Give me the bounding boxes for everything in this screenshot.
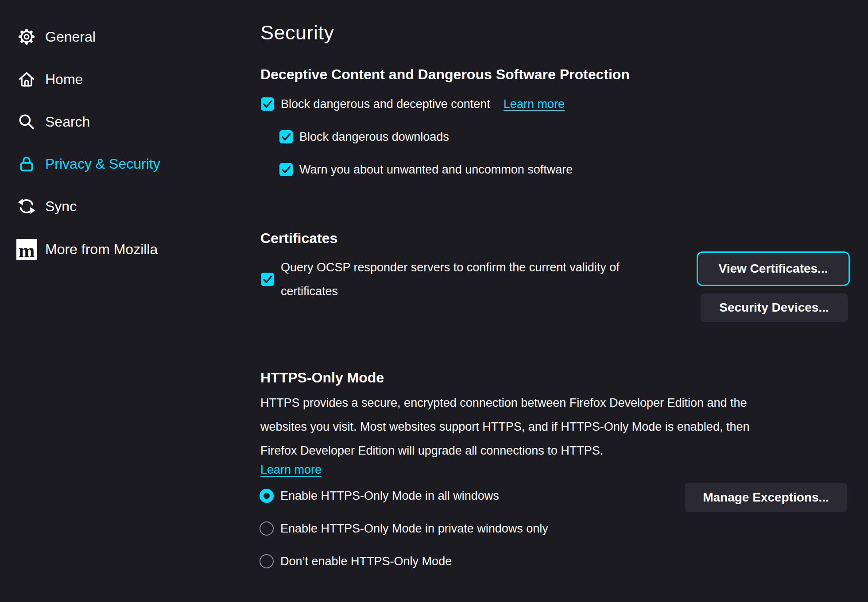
sidebar-item-sync[interactable]: Sync [16,195,77,218]
sidebar-item-label: General [45,29,96,45]
lock-icon [16,153,37,174]
section-heading-https-only-mode: HTTPS-Only Mode [260,370,384,386]
ocsp-checkbox[interactable] [260,272,275,286]
sync-icon [16,196,37,217]
home-icon [16,69,37,90]
radio-label: Don’t enable HTTPS-Only Mode [280,555,452,568]
checkbox-label: Warn you about unwanted and uncommon sof… [299,163,573,177]
radio-label: Enable HTTPS-Only Mode in private window… [280,522,548,536]
sidebar-item-more-from-mozilla[interactable]: m More from Mozilla [16,238,158,261]
section-heading-deceptive-content: Deceptive Content and Dangerous Software… [260,66,630,83]
search-icon [16,111,37,132]
checkbox-label: Query OCSP responder servers to confirm … [281,255,620,303]
https-private-windows-radio[interactable] [260,521,274,536]
security-devices-button[interactable]: Security Devices... [701,293,848,322]
checkbox-row-block-dangerous-downloads: Block dangerous downloads [279,130,449,144]
mozilla-logo: m [16,239,37,260]
warn-unwanted-software-checkbox[interactable] [279,162,293,177]
view-certificates-button[interactable]: View Certificates... [699,254,848,284]
sidebar-item-label: Home [45,71,83,88]
https-only-description: HTTPS provides a secure, encrypted conne… [260,391,749,463]
sidebar-item-privacy-security[interactable]: Privacy & Security [16,152,160,175]
checkbox-row-ocsp: Query OCSP responder servers to confirm … [260,255,620,303]
block-dangerous-downloads-checkbox[interactable] [279,130,293,144]
checkbox-row-warn-unwanted-software: Warn you about unwanted and uncommon sof… [279,162,573,177]
gear-icon [16,26,37,47]
sidebar-item-label: Sync [45,198,77,215]
page-title: Security [260,21,334,44]
section-heading-certificates: Certificates [260,230,337,247]
radio-row-https-dont-enable: Don’t enable HTTPS-Only Mode [260,554,452,568]
radio-row-https-private-windows: Enable HTTPS-Only Mode in private window… [260,521,548,536]
sidebar-item-label: More from Mozilla [45,241,158,258]
checkbox-row-block-dangerous-content: Block dangerous and deceptive content Le… [260,97,565,111]
learn-more-link-https-only[interactable]: Learn more [260,463,322,477]
https-all-windows-radio[interactable] [260,489,274,503]
sidebar-item-general[interactable]: General [16,25,96,48]
sidebar-item-search[interactable]: Search [16,110,90,133]
https-dont-enable-radio[interactable] [260,554,274,568]
manage-exceptions-button[interactable]: Manage Exceptions... [685,483,847,512]
radio-label: Enable HTTPS-Only Mode in all windows [280,489,499,503]
block-dangerous-content-checkbox[interactable] [260,97,275,111]
learn-more-link-deceptive[interactable]: Learn more [504,97,565,111]
radio-row-https-all-windows: Enable HTTPS-Only Mode in all windows [260,489,499,503]
checkbox-label: Block dangerous downloads [299,130,449,144]
checkbox-label: Block dangerous and deceptive content [281,97,490,111]
sidebar-item-home[interactable]: Home [16,68,83,91]
sidebar-item-label: Privacy & Security [45,156,160,172]
sidebar-item-label: Search [45,114,90,130]
